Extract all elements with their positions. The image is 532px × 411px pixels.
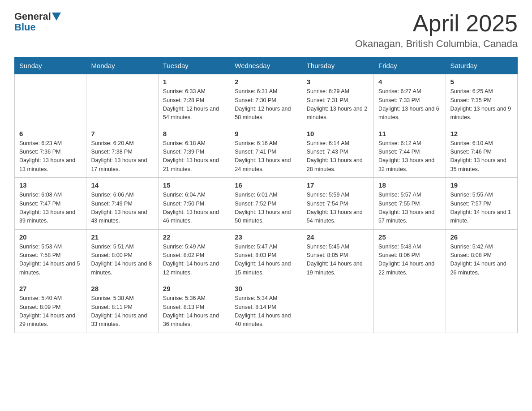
day-info: Sunrise: 5:59 AM Sunset: 7:54 PM Dayligh… xyxy=(307,191,369,226)
day-info: Sunrise: 5:51 AM Sunset: 8:00 PM Dayligh… xyxy=(91,243,153,278)
day-number: 10 xyxy=(307,130,369,137)
day-number: 19 xyxy=(450,181,513,189)
day-info: Sunrise: 6:16 AM Sunset: 7:41 PM Dayligh… xyxy=(235,139,297,174)
calendar-cell: 12Sunrise: 6:10 AM Sunset: 7:46 PM Dayli… xyxy=(446,126,517,178)
day-number: 9 xyxy=(235,130,297,137)
calendar-cell: 6Sunrise: 6:23 AM Sunset: 7:36 PM Daylig… xyxy=(15,126,86,178)
day-number: 5 xyxy=(450,78,513,86)
calendar-cell: 2Sunrise: 6:31 AM Sunset: 7:30 PM Daylig… xyxy=(230,74,302,126)
calendar-header-thursday: Thursday xyxy=(302,57,373,74)
calendar-header-sunday: Sunday xyxy=(15,57,86,74)
calendar-cell: 7Sunrise: 6:20 AM Sunset: 7:38 PM Daylig… xyxy=(86,126,158,178)
calendar-cell: 22Sunrise: 5:49 AM Sunset: 8:02 PM Dayli… xyxy=(158,229,230,281)
day-number: 15 xyxy=(163,181,225,189)
calendar-cell: 20Sunrise: 5:53 AM Sunset: 7:58 PM Dayli… xyxy=(15,229,86,281)
calendar-cell: 28Sunrise: 5:38 AM Sunset: 8:11 PM Dayli… xyxy=(86,281,158,333)
calendar-cell: 17Sunrise: 5:59 AM Sunset: 7:54 PM Dayli… xyxy=(302,178,373,230)
day-number: 23 xyxy=(235,233,297,241)
calendar-table: SundayMondayTuesdayWednesdayThursdayFrid… xyxy=(14,57,518,333)
day-number: 29 xyxy=(163,285,225,292)
day-info: Sunrise: 5:38 AM Sunset: 8:11 PM Dayligh… xyxy=(91,294,153,329)
calendar-cell xyxy=(86,74,158,126)
calendar-cell: 9Sunrise: 6:16 AM Sunset: 7:41 PM Daylig… xyxy=(230,126,302,178)
logo: General Blue xyxy=(14,11,61,33)
day-info: Sunrise: 6:29 AM Sunset: 7:31 PM Dayligh… xyxy=(307,87,369,122)
day-info: Sunrise: 6:27 AM Sunset: 7:33 PM Dayligh… xyxy=(378,87,441,122)
calendar-cell: 10Sunrise: 6:14 AM Sunset: 7:43 PM Dayli… xyxy=(302,126,373,178)
calendar-cell xyxy=(374,281,446,333)
calendar-week-row: 27Sunrise: 5:40 AM Sunset: 8:09 PM Dayli… xyxy=(15,281,518,333)
calendar-header-wednesday: Wednesday xyxy=(230,57,302,74)
day-number: 1 xyxy=(163,78,225,86)
day-number: 4 xyxy=(378,78,441,86)
calendar-cell: 1Sunrise: 6:33 AM Sunset: 7:28 PM Daylig… xyxy=(158,74,230,126)
calendar-cell: 3Sunrise: 6:29 AM Sunset: 7:31 PM Daylig… xyxy=(302,74,373,126)
calendar-cell: 30Sunrise: 5:34 AM Sunset: 8:14 PM Dayli… xyxy=(230,281,302,333)
calendar-cell: 11Sunrise: 6:12 AM Sunset: 7:44 PM Dayli… xyxy=(374,126,446,178)
calendar-cell: 5Sunrise: 6:25 AM Sunset: 7:35 PM Daylig… xyxy=(446,74,517,126)
day-info: Sunrise: 6:33 AM Sunset: 7:28 PM Dayligh… xyxy=(163,87,225,122)
day-info: Sunrise: 6:14 AM Sunset: 7:43 PM Dayligh… xyxy=(307,139,369,174)
calendar-cell: 26Sunrise: 5:42 AM Sunset: 8:08 PM Dayli… xyxy=(446,229,517,281)
day-number: 2 xyxy=(235,78,297,86)
logo-general-text: General xyxy=(14,11,51,22)
day-info: Sunrise: 6:31 AM Sunset: 7:30 PM Dayligh… xyxy=(235,87,297,122)
calendar-week-row: 6Sunrise: 6:23 AM Sunset: 7:36 PM Daylig… xyxy=(15,126,518,178)
day-info: Sunrise: 5:47 AM Sunset: 8:03 PM Dayligh… xyxy=(235,243,297,278)
calendar-cell xyxy=(302,281,373,333)
calendar-cell: 29Sunrise: 5:36 AM Sunset: 8:13 PM Dayli… xyxy=(158,281,230,333)
day-info: Sunrise: 6:23 AM Sunset: 7:36 PM Dayligh… xyxy=(19,139,82,174)
day-info: Sunrise: 5:42 AM Sunset: 8:08 PM Dayligh… xyxy=(450,243,513,278)
day-info: Sunrise: 5:40 AM Sunset: 8:09 PM Dayligh… xyxy=(19,294,82,329)
calendar-header-row: SundayMondayTuesdayWednesdayThursdayFrid… xyxy=(15,57,518,74)
day-info: Sunrise: 5:36 AM Sunset: 8:13 PM Dayligh… xyxy=(163,294,225,329)
day-info: Sunrise: 5:34 AM Sunset: 8:14 PM Dayligh… xyxy=(235,294,297,329)
calendar-cell xyxy=(15,74,86,126)
calendar-cell: 23Sunrise: 5:47 AM Sunset: 8:03 PM Dayli… xyxy=(230,229,302,281)
calendar-cell: 15Sunrise: 6:04 AM Sunset: 7:50 PM Dayli… xyxy=(158,178,230,230)
day-number: 30 xyxy=(235,285,297,292)
day-info: Sunrise: 6:10 AM Sunset: 7:46 PM Dayligh… xyxy=(450,139,513,174)
calendar-header-friday: Friday xyxy=(374,57,446,74)
day-info: Sunrise: 5:53 AM Sunset: 7:58 PM Dayligh… xyxy=(19,243,82,278)
calendar-week-row: 1Sunrise: 6:33 AM Sunset: 7:28 PM Daylig… xyxy=(15,74,518,126)
calendar-cell: 4Sunrise: 6:27 AM Sunset: 7:33 PM Daylig… xyxy=(374,74,446,126)
location-title: Okanagan, British Columbia, Canada xyxy=(355,38,518,50)
day-number: 24 xyxy=(307,233,369,241)
day-number: 13 xyxy=(19,181,82,189)
day-number: 22 xyxy=(163,233,225,241)
day-number: 6 xyxy=(19,130,82,137)
calendar-cell xyxy=(446,281,517,333)
logo-blue-text: Blue xyxy=(14,21,36,33)
day-number: 18 xyxy=(378,181,441,189)
day-number: 17 xyxy=(307,181,369,189)
day-info: Sunrise: 5:57 AM Sunset: 7:55 PM Dayligh… xyxy=(378,191,441,226)
day-info: Sunrise: 6:06 AM Sunset: 7:49 PM Dayligh… xyxy=(91,191,153,226)
day-number: 11 xyxy=(378,130,441,137)
day-info: Sunrise: 5:55 AM Sunset: 7:57 PM Dayligh… xyxy=(450,191,513,226)
calendar-cell: 18Sunrise: 5:57 AM Sunset: 7:55 PM Dayli… xyxy=(374,178,446,230)
day-info: Sunrise: 5:43 AM Sunset: 8:06 PM Dayligh… xyxy=(378,243,441,278)
day-info: Sunrise: 6:25 AM Sunset: 7:35 PM Dayligh… xyxy=(450,87,513,122)
day-info: Sunrise: 6:20 AM Sunset: 7:38 PM Dayligh… xyxy=(91,139,153,174)
logo-triangle-icon xyxy=(52,13,61,21)
day-info: Sunrise: 6:12 AM Sunset: 7:44 PM Dayligh… xyxy=(378,139,441,174)
calendar-week-row: 13Sunrise: 6:08 AM Sunset: 7:47 PM Dayli… xyxy=(15,178,518,230)
calendar-cell: 24Sunrise: 5:45 AM Sunset: 8:05 PM Dayli… xyxy=(302,229,373,281)
day-number: 25 xyxy=(378,233,441,241)
calendar-header-monday: Monday xyxy=(86,57,158,74)
calendar-cell: 13Sunrise: 6:08 AM Sunset: 7:47 PM Dayli… xyxy=(15,178,86,230)
day-number: 16 xyxy=(235,181,297,189)
day-number: 3 xyxy=(307,78,369,86)
day-info: Sunrise: 5:49 AM Sunset: 8:02 PM Dayligh… xyxy=(163,243,225,278)
calendar-header-saturday: Saturday xyxy=(446,57,517,74)
day-number: 7 xyxy=(91,130,153,137)
calendar-cell: 16Sunrise: 6:01 AM Sunset: 7:52 PM Dayli… xyxy=(230,178,302,230)
calendar-cell: 8Sunrise: 6:18 AM Sunset: 7:39 PM Daylig… xyxy=(158,126,230,178)
month-title: April 2025 xyxy=(355,11,518,36)
day-number: 12 xyxy=(450,130,513,137)
day-number: 8 xyxy=(163,130,225,137)
calendar-cell: 27Sunrise: 5:40 AM Sunset: 8:09 PM Dayli… xyxy=(15,281,86,333)
title-area: April 2025 Okanagan, British Columbia, C… xyxy=(355,11,518,50)
day-number: 21 xyxy=(91,233,153,241)
